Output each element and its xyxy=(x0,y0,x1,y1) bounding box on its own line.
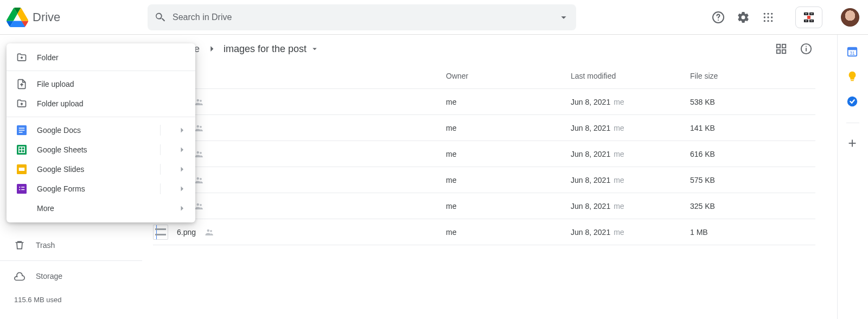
menu-google-slides[interactable]: Google Slides xyxy=(7,160,195,179)
svg-rect-12 xyxy=(777,44,780,48)
svg-rect-50 xyxy=(21,189,24,190)
svg-point-18 xyxy=(806,46,807,47)
side-panel: 31 xyxy=(838,35,868,319)
logo-block[interactable]: Drive xyxy=(7,7,148,28)
svg-rect-14 xyxy=(777,50,780,53)
menu-separator xyxy=(7,71,195,71)
folder-upload-icon xyxy=(16,98,27,109)
svg-rect-13 xyxy=(782,44,786,48)
svg-point-19 xyxy=(196,99,199,101)
breadcrumb-current[interactable]: images for the post xyxy=(224,43,320,55)
search-options-icon[interactable] xyxy=(558,11,570,23)
forms-icon xyxy=(16,183,27,194)
chevron-right-icon xyxy=(206,43,217,54)
menu-new-folder[interactable]: Folder xyxy=(7,48,195,67)
docs-icon xyxy=(16,125,27,136)
storage-used-text: 115.6 MB used xyxy=(0,296,142,304)
file-owner: me xyxy=(446,176,571,184)
file-owner: me xyxy=(446,98,571,106)
help-icon[interactable] xyxy=(712,11,725,24)
chevron-right-icon xyxy=(177,125,187,135)
table-row[interactable]: ng me Jun 8, 2021me 325 KB xyxy=(153,193,815,219)
table-header: Name Owner Last modified File size xyxy=(153,63,815,89)
tasks-icon[interactable] xyxy=(846,95,859,109)
svg-rect-15 xyxy=(782,50,786,53)
file-modified: Jun 8, 2021me xyxy=(571,176,690,184)
menu-folder-upload[interactable]: Folder upload xyxy=(7,94,195,113)
file-name: 6.png xyxy=(177,228,196,237)
col-modified[interactable]: Last modified xyxy=(571,72,690,80)
blank-icon xyxy=(16,203,27,214)
info-icon[interactable] xyxy=(800,43,812,55)
svg-point-29 xyxy=(207,229,210,232)
chevron-right-icon xyxy=(177,184,187,194)
svg-rect-48 xyxy=(21,187,24,188)
chevron-right-icon xyxy=(177,164,187,174)
table-row[interactable]: ng me Jun 8, 2021me 616 KB xyxy=(153,141,815,167)
breadcrumb-current-label: images for the post xyxy=(224,43,307,55)
keep-icon[interactable] xyxy=(846,71,859,84)
slides-icon xyxy=(16,164,27,175)
svg-point-6 xyxy=(767,16,769,18)
file-size: 325 KB xyxy=(690,202,788,210)
location-toolbar: e images for the post xyxy=(142,35,815,63)
sidebar-separator xyxy=(0,260,142,261)
svg-point-9 xyxy=(767,20,769,22)
search-input[interactable] xyxy=(173,12,551,22)
file-owner: me xyxy=(446,228,571,237)
svg-text:31: 31 xyxy=(850,51,855,56)
sidebar-item-trash[interactable]: Trash xyxy=(0,234,142,256)
menu-sheets-label: Google Sheets xyxy=(37,145,150,154)
menu-google-docs[interactable]: Google Docs xyxy=(7,120,195,140)
main-panel: e images for the post Name Owner xyxy=(142,35,838,319)
file-size: 616 KB xyxy=(690,150,788,158)
svg-rect-34 xyxy=(851,80,854,81)
svg-point-27 xyxy=(196,203,199,206)
apps-grid-icon[interactable] xyxy=(762,11,775,24)
svg-point-21 xyxy=(196,125,199,127)
shared-icon xyxy=(194,149,204,159)
sidebar-item-storage[interactable]: Storage xyxy=(0,265,142,287)
menu-separator xyxy=(7,117,195,117)
search-bar[interactable] xyxy=(148,4,576,30)
svg-rect-46 xyxy=(17,184,27,194)
svg-point-24 xyxy=(200,151,202,154)
sidebar-storage-label: Storage xyxy=(36,272,62,280)
menu-google-sheets[interactable]: Google Sheets xyxy=(7,140,195,160)
menu-google-forms[interactable]: Google Forms xyxy=(7,179,195,199)
menu-file-upload[interactable]: File upload xyxy=(7,74,195,94)
file-owner: me xyxy=(446,124,571,132)
extension-icon[interactable] xyxy=(795,7,822,28)
calendar-icon[interactable]: 31 xyxy=(846,46,859,59)
file-size: 1 MB xyxy=(690,228,788,237)
header-icons xyxy=(712,7,859,28)
file-modified: Jun 8, 2021me xyxy=(571,202,690,210)
menu-file-upload-label: File upload xyxy=(37,80,187,88)
table-row[interactable]: 6.png me Jun 8, 2021me 1 MB xyxy=(153,219,815,245)
menu-more-label: More xyxy=(37,204,167,213)
svg-rect-45 xyxy=(19,168,25,171)
svg-point-47 xyxy=(19,187,20,188)
table-row[interactable]: ng me Jun 8, 2021me 575 KB xyxy=(153,167,815,193)
menu-slides-label: Google Slides xyxy=(37,165,150,174)
file-size: 575 KB xyxy=(690,176,788,184)
file-modified: Jun 8, 2021me xyxy=(571,150,690,158)
table-row[interactable]: ng me Jun 8, 2021me 141 KB xyxy=(153,115,815,141)
settings-gear-icon[interactable] xyxy=(737,11,750,24)
file-modified: Jun 8, 2021me xyxy=(571,124,690,132)
chevron-right-icon xyxy=(177,145,187,155)
menu-docs-label: Google Docs xyxy=(37,126,150,135)
add-addon-icon[interactable] xyxy=(846,137,859,150)
search-wrap xyxy=(148,4,576,30)
menu-folder-upload-label: Folder upload xyxy=(37,99,187,108)
col-size[interactable]: File size xyxy=(690,72,788,80)
grid-view-icon[interactable] xyxy=(775,43,787,55)
shared-icon xyxy=(194,175,204,185)
search-icon[interactable] xyxy=(154,11,166,23)
col-owner[interactable]: Owner xyxy=(446,72,571,80)
account-avatar[interactable] xyxy=(841,8,859,27)
table-row[interactable]: ng me Jun 8, 2021me 538 KB xyxy=(153,89,815,115)
col-name[interactable]: Name xyxy=(153,72,446,80)
svg-point-3 xyxy=(767,12,769,14)
menu-more[interactable]: More xyxy=(7,199,195,218)
